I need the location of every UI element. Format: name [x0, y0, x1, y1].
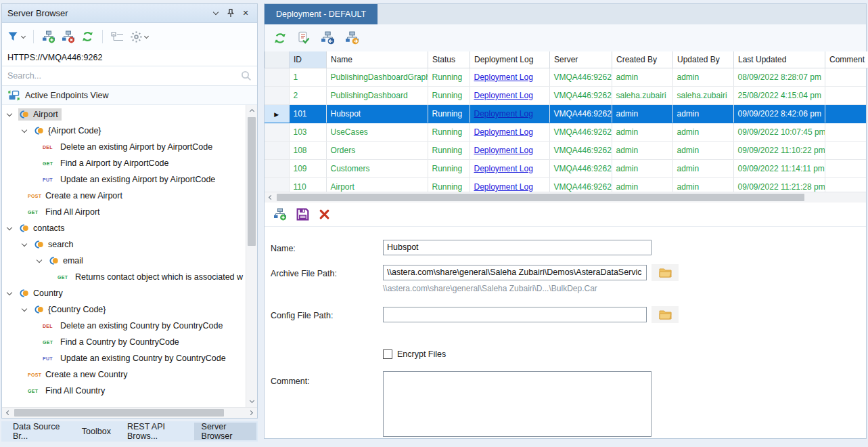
column-header-deployment-log[interactable]: Deployment Log	[470, 51, 550, 68]
scroll-up-icon[interactable]	[246, 105, 257, 116]
tree-item-label: Update an existing Airport by AirportCod…	[60, 175, 215, 184]
scroll-right-icon[interactable]	[246, 408, 257, 418]
expand-caret-icon[interactable]	[7, 110, 12, 116]
scrollbar-thumb[interactable]	[248, 117, 256, 246]
endpoints-view-icon	[8, 90, 20, 101]
expand-caret-icon[interactable]	[7, 224, 12, 230]
comment-field[interactable]	[383, 371, 652, 437]
tree-item-delete-an-existing-airport-by-airportcode[interactable]: DELDelete an existing Airport by Airport…	[2, 139, 246, 155]
panel-tab-toolbox[interactable]: Toolbox	[74, 423, 118, 440]
cell-comment	[825, 178, 866, 192]
deployment-row-1[interactable]: 1PublishingDashboardGraphsRunningDeploym…	[265, 68, 866, 87]
deployment-row-101[interactable]: ▶101HubspotRunningDeployment LogVMQA446:…	[265, 105, 866, 123]
tree-item-find-all-country[interactable]: GETFind All Country	[2, 383, 246, 399]
delete-icon[interactable]	[319, 209, 330, 220]
tree-horizontal-scrollbar[interactable]	[2, 407, 257, 418]
tree-item-email[interactable]: email	[2, 253, 246, 269]
server-browser-panel: Server Browser ✕	[1, 3, 258, 419]
panel-tab-data-source-br[interactable]: Data Source Br...	[5, 423, 73, 440]
search-input[interactable]	[7, 71, 241, 81]
row-selector: ▶	[265, 105, 289, 123]
tree-item-update-an-existing-country-by-countrycode[interactable]: PUTUpdate an existing Country by Country…	[2, 350, 246, 366]
deployment-row-109[interactable]: 109CustomersRunningDeployment LogVMQA446…	[265, 160, 866, 178]
deployment-row-108[interactable]: 108OrdersRunningDeployment LogVMQA446:92…	[265, 142, 866, 160]
window-menu-icon[interactable]	[210, 7, 222, 20]
encrypt-files-checkbox[interactable]	[383, 349, 392, 359]
tree-vertical-scrollbar[interactable]	[246, 105, 257, 407]
tree-item-airport[interactable]: Airport	[2, 106, 246, 123]
server-export-icon[interactable]	[345, 31, 359, 45]
save-icon[interactable]	[296, 208, 309, 221]
deployment-row-110[interactable]: 110AirportRunningDeployment LogVMQA446:9…	[265, 178, 866, 192]
tree-item-create-a-new-country[interactable]: POSTCreate a new Country	[2, 366, 246, 383]
grid-horizontal-scrollbar[interactable]	[265, 192, 866, 203]
cell-server: VMQA446:9262	[549, 105, 612, 123]
name-field[interactable]	[383, 240, 652, 255]
deployment-log-link[interactable]: Deployment Log	[474, 127, 533, 137]
scroll-down-icon[interactable]	[246, 396, 257, 407]
tree-item-create-a-new-airport[interactable]: POSTCreate a new Airport	[2, 188, 246, 204]
deployment-log-link[interactable]: Deployment Log	[474, 182, 533, 192]
expand-caret-icon[interactable]	[7, 289, 12, 295]
expand-caret-icon[interactable]	[37, 257, 42, 262]
column-header-id[interactable]: ID	[290, 51, 327, 68]
scroll-left-icon[interactable]	[265, 192, 275, 203]
tree-item-update-an-existing-airport-by-airportcode[interactable]: PUTUpdate an existing Airport by Airport…	[2, 171, 246, 188]
panel-tab-rest-api-brows[interactable]: REST API Brows...	[120, 423, 193, 440]
close-icon[interactable]: ✕	[239, 7, 252, 20]
refresh-icon[interactable]	[273, 32, 287, 45]
tree-item-find-a-airport-by-airportcode[interactable]: GETFind a Airport by AirportCode	[2, 155, 246, 171]
deployment-row-103[interactable]: 103UseCasesRunningDeployment LogVMQA446:…	[265, 123, 866, 142]
collapse-tree-icon[interactable]	[111, 31, 124, 43]
tree-item-contacts[interactable]: contacts	[2, 220, 246, 236]
column-header-comment[interactable]: Comment	[825, 51, 868, 68]
filter-icon[interactable]	[7, 31, 25, 42]
deployment-log-link[interactable]: Deployment Log	[474, 91, 533, 100]
archive-browse-button[interactable]	[652, 264, 679, 281]
expand-caret-icon[interactable]	[22, 305, 27, 311]
column-header-server[interactable]: Server	[550, 51, 612, 68]
tree-item-country[interactable]: Country	[2, 285, 246, 301]
active-endpoints-view-header[interactable]: Active Endpoints View	[2, 86, 257, 105]
scrollbar-thumb[interactable]	[277, 194, 804, 201]
column-header-name[interactable]: Name	[327, 51, 428, 68]
deployment-log-link[interactable]: Deployment Log	[474, 109, 533, 119]
cell-server: VMQA446:9262	[549, 123, 612, 142]
add-server-icon[interactable]	[42, 30, 55, 43]
tree-item-find-all-airport[interactable]: GETFind All Airport	[2, 204, 246, 220]
endpoints-tree: Airport{Airport Code}DELDelete an existi…	[2, 105, 257, 407]
folder-icon	[659, 268, 672, 278]
column-header-updated-by[interactable]: Updated By	[673, 51, 734, 68]
cell-updated_by: admin	[672, 142, 733, 160]
remove-server-icon[interactable]	[62, 30, 75, 43]
archive-file-path-field[interactable]	[383, 265, 647, 280]
tab-deployment-default[interactable]: Deployment - DEFAULT	[265, 4, 378, 24]
column-header-last-updated[interactable]: Last Updated	[734, 51, 825, 68]
archive-file-path-label: Archive File Path:	[271, 269, 337, 278]
deployment-row-2[interactable]: 2PublishingDashboardRunningDeployment Lo…	[265, 87, 866, 105]
column-header-created-by[interactable]: Created By	[612, 51, 673, 68]
expand-caret-icon[interactable]	[22, 240, 27, 246]
panel-tab-server-browser[interactable]: Server Browser	[194, 423, 256, 440]
scrollbar-thumb[interactable]	[14, 409, 224, 417]
tree-item-airport-code[interactable]: {Airport Code}	[2, 123, 246, 139]
tree-item-country-code[interactable]: {Country Code}	[2, 301, 246, 318]
add-deployment-icon[interactable]	[273, 208, 287, 221]
tree-item-returns-contact-object-which-is-associated-w[interactable]: GETReturns contact object which is assoc…	[2, 269, 246, 285]
scroll-left-icon[interactable]	[2, 408, 13, 418]
tree-item-search[interactable]: search	[2, 236, 246, 253]
pin-icon[interactable]	[225, 7, 237, 20]
settings-gear-icon[interactable]	[130, 30, 148, 43]
config-file-path-field[interactable]	[383, 307, 647, 322]
refresh-icon[interactable]	[81, 30, 94, 43]
tree-item-delete-an-existing-country-by-countrycode[interactable]: DELDelete an existing Country by Country…	[2, 318, 246, 334]
expand-caret-icon[interactable]	[22, 127, 27, 132]
config-browse-button[interactable]	[652, 306, 679, 323]
deployment-log-link[interactable]: Deployment Log	[474, 72, 533, 82]
deployment-log-link[interactable]: Deployment Log	[474, 146, 533, 155]
server-import-icon[interactable]	[321, 31, 335, 45]
tree-item-find-a-country-by-countrycode[interactable]: GETFind a Country by CountryCode	[2, 334, 246, 350]
column-header-status[interactable]: Status	[428, 51, 470, 68]
deployment-log-link[interactable]: Deployment Log	[474, 164, 533, 173]
verify-deployment-icon[interactable]	[297, 31, 311, 45]
